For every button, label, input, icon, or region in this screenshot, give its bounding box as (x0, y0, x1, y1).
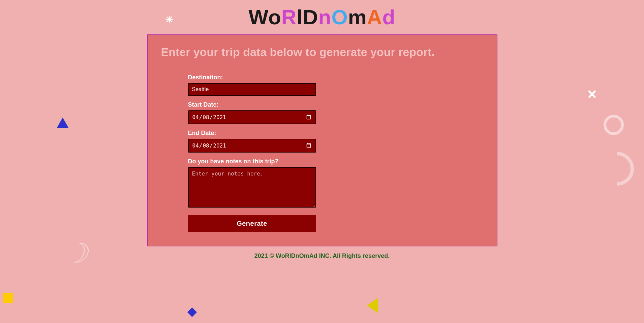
footer-text: 2021 © WoRlDnOmAd INC. All Rights reserv… (0, 252, 644, 260)
logo-char-d2: d (382, 5, 396, 29)
destination-input[interactable] (188, 83, 316, 96)
logo-char-w: W (249, 5, 268, 29)
destination-label: Destination: (188, 74, 223, 81)
triangle-left-decoration (57, 117, 69, 128)
square-decoration (3, 293, 13, 303)
app-logo: WoRlDnOmAd (0, 7, 644, 28)
logo-char-d1: D (303, 5, 318, 29)
logo-char-n: n (318, 5, 332, 29)
logo-char-o2: O (331, 5, 348, 29)
form-heading: Enter your trip data below to generate y… (161, 45, 483, 59)
logo-char-l: l (297, 5, 303, 29)
logo-char-o1: o (268, 5, 281, 29)
form-card: Enter your trip data below to generate y… (147, 34, 497, 246)
logo-char-a: A (367, 5, 382, 29)
notes-textarea[interactable] (188, 167, 316, 208)
x-decoration: ✕ (587, 88, 597, 102)
start-date-label: Start Date: (188, 101, 219, 108)
form-section: Destination: Start Date: End Date: Do yo… (188, 69, 316, 232)
generate-button[interactable]: Generate (188, 215, 316, 232)
start-date-input[interactable] (188, 110, 316, 124)
logo-char-m: m (348, 5, 367, 29)
end-date-label: End Date: (188, 130, 216, 137)
footer: 2021 © WoRlDnOmAd INC. All Rights reserv… (0, 246, 644, 263)
diamond-decoration (187, 307, 197, 317)
circle-decoration (604, 115, 624, 135)
triangle-right-decoration (367, 298, 378, 313)
header: WoRlDnOmAd (0, 0, 644, 31)
logo-char-r: R (281, 5, 297, 29)
end-date-input[interactable] (188, 139, 316, 153)
partial-circle-decoration (600, 152, 634, 186)
notes-label: Do you have notes on this trip? (188, 158, 279, 165)
